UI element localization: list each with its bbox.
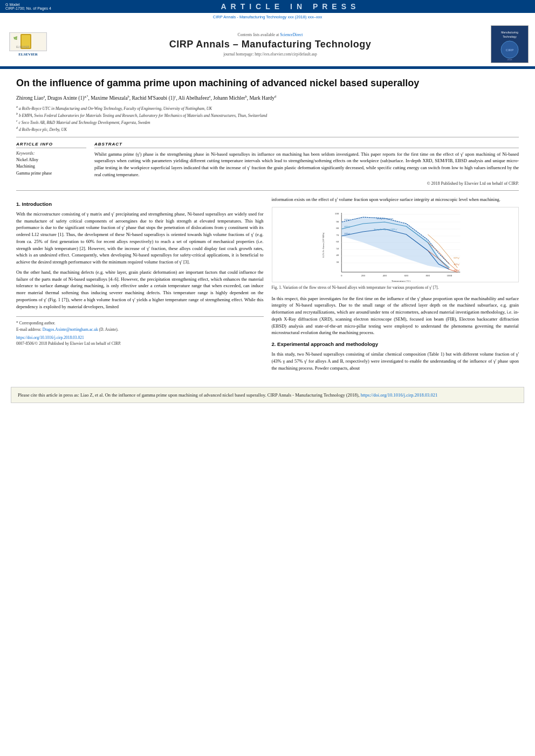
svg-text:60%γ': 60%γ' [454,256,459,259]
elsevier-text: ELSEVIER [18,52,37,57]
article-journal-link[interactable]: CIRP Annals - Manufacturing Technology x… [213,15,322,19]
svg-text:CIRP: CIRP [506,48,513,52]
intro-para-2: On the other hand, the machining defects… [16,269,264,310]
svg-text:60%γ': 60%γ' [344,218,350,221]
svg-text:Technology: Technology [503,35,517,38]
svg-text:Strengthening area~60% γ': Strengthening area~60% γ' [374,228,397,231]
main-content: On the influence of gamma prime upon mac… [0,69,535,380]
section-divider [16,137,519,137]
article-info-panel: ARTICLE INFO Keywords: Nickel Alloy Mach… [16,142,86,186]
corresponding-author: * Corresponding author. [16,320,264,326]
figure-1: 100 90 80 70 60 50 40 30 0.2% Fc Stress … [272,207,519,290]
model-number: G Model CIRP-1730; No. of Pages 4 [5,3,51,10]
svg-text:ELSEVIER: ELSEVIER [16,45,30,48]
svg-text:30: 30 [336,261,339,263]
article-info-heading: ARTICLE INFO [16,142,86,148]
abstract-heading: ABSTRACT [94,142,519,148]
authors: Zhirong Liaoa, Dragos Axinte (1)a,*, Max… [16,95,519,101]
footnote-section: * Corresponding author. E-mail address: … [16,316,264,346]
svg-text:800: 800 [426,274,430,277]
abstract-text: Whilst gamma prime (γ') phase is the str… [94,151,519,178]
email-link[interactable]: Dragos.Axinte@nottingham.ac.uk [43,327,98,332]
section2-heading: 2. Experimental approach and methodology [272,341,519,348]
affiliations: a a Rolls-Royce UTC in Manufacturing and… [16,105,519,133]
elsevier-logo: 🌿 ELSEVIER ELSEVIER [6,32,50,57]
right-intro-para: information exists on the effect of γ' v… [272,196,519,203]
top-bar: G Model CIRP-1730; No. of Pages 4 ARTICL… [0,0,535,13]
content-divider [16,190,519,191]
article-page: G Model CIRP-1730; No. of Pages 4 ARTICL… [0,0,535,756]
notice-text: Please cite this article in press as: Li… [18,392,360,398]
keyword-1: Nickel Alloy [16,157,86,164]
affiliation-c: c c Seco Tools AB, R&D Material and Tech… [16,119,519,126]
svg-text:60: 60 [336,240,339,243]
doi-line: https://doi.org/10.1016/j.cirp.2018.03.0… [16,335,264,341]
svg-text:600: 600 [404,274,408,277]
intro-heading: 1. Introduction [16,200,264,208]
journal-header: 🌿 ELSEVIER ELSEVIER Contents lists avail… [0,21,535,67]
two-column-content: 1. Introduction With the microstructure … [16,196,519,375]
intro-para-1: With the microstructure consisting of γ … [16,211,264,266]
svg-text:1000: 1000 [447,274,452,277]
left-column: 1. Introduction With the microstructure … [16,196,264,375]
svg-text:40%γ': 40%γ' [344,225,350,228]
contents-available: Contents lists available at ScienceDirec… [55,32,485,37]
bottom-citation-notice: Please cite this article in press as: Li… [11,387,524,404]
svg-text:0.2% Fc Stress (10² MPa): 0.2% Fc Stress (10² MPa) [322,233,325,258]
svg-text:100: 100 [334,212,339,215]
svg-text:40: 40 [336,254,339,256]
svg-text:20%γ': 20%γ' [454,269,459,272]
right-para-2: In this respect, this paper investigates… [272,295,519,337]
svg-text:70: 70 [336,234,339,237]
svg-text:50: 50 [336,247,339,250]
keyword-2: Machining [16,163,86,170]
abstract-panel: ABSTRACT Whilst gamma prime (γ') phase i… [94,142,519,186]
affiliation-d: d d Rolls-Royce plc, Derby, UK [16,126,519,133]
svg-text:90: 90 [336,220,339,223]
journal-title-block: Contents lists available at ScienceDirec… [55,32,485,57]
journal-url: journal homepage: http://ees.elsevier.co… [55,52,485,57]
keyword-3: Gamma prime phase [16,170,86,177]
svg-text:Temperature (°C): Temperature (°C) [391,280,410,282]
article-link-bar: CIRP Annals - Manufacturing Technology x… [0,13,535,21]
svg-text:400: 400 [382,274,387,277]
svg-text:2018: 2018 [507,58,513,61]
doi-link[interactable]: https://doi.org/10.1016/j.cirp.2018.03.0… [16,335,84,340]
journal-thumbnail: Manufacturing Technology CIRP 2018 [491,25,529,63]
svg-text:200: 200 [361,274,365,277]
keywords-list: Nickel Alloy Machining Gamma prime phase [16,157,86,177]
logo-image: 🌿 ELSEVIER [9,32,47,51]
affiliation-b: b b EMPA, Swiss Federal Laboratories for… [16,112,519,119]
issn-line: 0007-8506/© 2018 Published by Elsevier L… [16,341,264,346]
keywords-label: Keywords: [16,151,86,156]
svg-text:Manufacturing: Manufacturing [501,31,518,34]
figure-caption: Fig. 1. Variation of the flow stress of … [272,285,519,290]
article-in-press-banner: ARTICLE IN PRESS [51,2,530,11]
notice-doi-link[interactable]: https://doi.org/10.1016/j.cirp.2018.03.0… [361,392,437,398]
svg-text:20%γ': 20%γ' [344,232,350,235]
article-info-abstract-row: ARTICLE INFO Keywords: Nickel Alloy Mach… [16,142,519,186]
svg-text:🌿: 🌿 [13,36,18,40]
journal-name: CIRP Annals – Manufacturing Technology [55,39,485,50]
affiliation-a: a a Rolls-Royce UTC in Manufacturing and… [16,105,519,112]
svg-text:Strengthening area: Strengthening area [376,217,393,220]
copyright: © 2018 Published by Elsevier Ltd on beha… [94,181,519,186]
email-line: E-mail address: Dragos.Axinte@nottingham… [16,327,264,332]
right-column: information exists on the effect of γ' v… [272,196,519,375]
article-title: On the influence of gamma prime upon mac… [16,77,519,89]
section2-para: In this study, two Ni-based superalloys … [272,351,519,371]
figure-chart: 100 90 80 70 60 50 40 30 0.2% Fc Stress … [272,207,519,282]
svg-text:40%γ': 40%γ' [454,263,459,266]
svg-text:80: 80 [336,227,339,230]
sciencedirect-link[interactable]: ScienceDirect [280,32,303,37]
